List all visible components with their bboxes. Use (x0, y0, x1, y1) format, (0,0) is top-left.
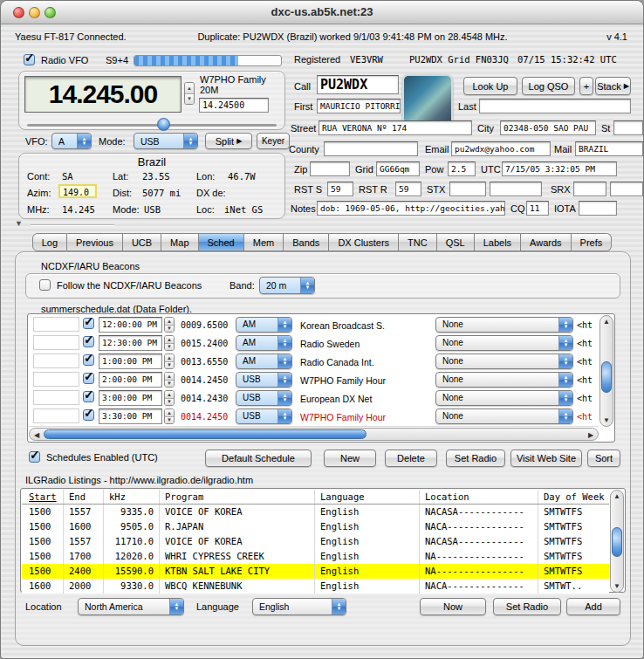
row-action-popup[interactable]: None▲▼ (435, 390, 573, 406)
county-field[interactable] (324, 141, 418, 156)
language-popup[interactable]: English▲▼ (252, 598, 346, 615)
row-enabled-checkbox[interactable] (83, 391, 94, 402)
row-time-field[interactable]: 12:00:00 PM (99, 317, 162, 333)
scroll-right-icon[interactable]: ▶ (585, 431, 597, 439)
ilg-row[interactable]: 1500240015590.0KTBN SALT LAKE CITYEnglis… (22, 564, 609, 579)
tab-map[interactable]: Map (161, 233, 198, 251)
last-field[interactable] (479, 99, 631, 113)
row-time-field[interactable]: 3:00:00 PM (99, 390, 162, 406)
row-mode-popup[interactable]: USB▲▼ (236, 390, 292, 406)
pow-field[interactable]: 2.5 (448, 161, 476, 176)
iota-field[interactable] (579, 201, 617, 216)
tuning-slider[interactable] (27, 124, 277, 127)
row-enabled-checkbox[interactable] (83, 336, 94, 347)
street-field[interactable]: RUA VERONA Nº 174 (319, 120, 472, 135)
visit-web-site-button[interactable]: Visit Web Site (510, 450, 582, 467)
band-popup[interactable]: 20 m▲▼ (259, 277, 315, 294)
tab-tnc[interactable]: TNC (399, 233, 437, 251)
ilg-row[interactable]: 1500155711710.0VOICE OF KOREAEnglishNACA… (22, 534, 609, 549)
schedule-row[interactable]: 12:30:00 PM ▲▼ 0015.2400 AM▲▼ Radio Swed… (29, 334, 599, 354)
tab-bands[interactable]: Bands (284, 233, 329, 251)
frequency-entry-field[interactable]: 14.24500 (199, 98, 269, 113)
row-time-stepper[interactable]: ▲▼ (164, 317, 175, 333)
row-mode-popup[interactable]: AM▲▼ (236, 335, 292, 351)
set-radio-button-bottom[interactable]: Set Radio (493, 598, 561, 615)
ilg-row[interactable]: 1500170012020.0WHRI CYPRESS CREEKEnglish… (22, 549, 609, 564)
row-enabled-checkbox[interactable] (83, 373, 94, 384)
notes-field[interactable]: dob: 1969-05-06, http://geocities.yah (317, 201, 505, 216)
row-time-stepper[interactable]: ▲▼ (164, 408, 175, 424)
schedule-row[interactable]: 3:00:00 PM ▲▼ 0014.2430 USB▲▼ European D… (29, 389, 599, 408)
location-popup[interactable]: North America▲▼ (78, 598, 184, 615)
radio-vfo-checkbox[interactable] (24, 54, 35, 65)
stx-field-1[interactable] (449, 182, 486, 196)
call-field[interactable]: PU2WDX (317, 75, 399, 94)
tab-sched[interactable]: Sched (199, 233, 244, 251)
mode-popup[interactable]: USB▲▼ (134, 133, 198, 149)
plus-button[interactable]: + (579, 77, 593, 95)
col-location[interactable]: Location (420, 490, 538, 504)
row-enabled-checkbox[interactable] (83, 318, 94, 329)
tab-awards[interactable]: Awards (521, 233, 571, 251)
scroll-up-icon[interactable]: ▲ (611, 492, 623, 500)
row-enabled-checkbox[interactable] (83, 409, 94, 421)
tab-labels[interactable]: Labels (475, 233, 521, 251)
stepper-down-icon[interactable]: ▼ (185, 94, 194, 105)
first-field[interactable]: MAURICIO PITORRI (317, 99, 401, 113)
schedule-row[interactable]: 2:00:00 PM ▲▼ 0014.2450 USB▲▼ W7PHO Fami… (29, 371, 599, 390)
keyer-button[interactable]: Keyer (257, 133, 290, 149)
delete-button[interactable]: Delete (385, 450, 437, 467)
tab-mem[interactable]: Mem (244, 233, 284, 251)
ilg-vscroll-thumb[interactable] (612, 527, 622, 557)
row-action-popup[interactable]: None▲▼ (435, 317, 573, 333)
add-button[interactable]: Add (566, 598, 620, 615)
split-button[interactable]: Split▶ (205, 133, 252, 149)
sort-button[interactable]: Sort (587, 450, 620, 467)
title-bar[interactable]: dxc-us.ab5k.net:23 (1, 1, 643, 24)
tab-ucb[interactable]: UCB (123, 233, 161, 251)
row-time-field[interactable]: 12:30:00 PM (99, 335, 162, 351)
row-time-field[interactable]: 3:30:00 PM (99, 408, 162, 424)
city-field[interactable]: 02348-050 SAO PAU (500, 120, 596, 135)
frequency-stepper[interactable]: ▲▼ (184, 82, 195, 105)
row-time-field[interactable]: 1:00:00 PM (99, 354, 162, 369)
schedule-row[interactable]: 3:30:00 PM ▲▼ 0014.2450 USB▲▼ W7PHO Fami… (29, 408, 599, 427)
row-action-popup[interactable]: None▲▼ (435, 335, 573, 351)
scroll-left-icon[interactable]: ◀ (31, 431, 43, 439)
tab-previous[interactable]: Previous (67, 233, 123, 251)
schedule-vscroll-thumb[interactable] (601, 361, 612, 393)
mail-field[interactable]: BRAZIL (575, 141, 643, 156)
st-field[interactable] (613, 120, 643, 135)
rst-r-field[interactable]: 59 (395, 182, 421, 196)
row-time-field[interactable]: 2:00:00 PM (99, 372, 162, 388)
tab-qsl[interactable]: QSL (437, 233, 475, 251)
row-mode-popup[interactable]: USB▲▼ (236, 372, 292, 388)
stack-button[interactable]: Stack▶ (595, 77, 631, 95)
stx-field-2[interactable] (490, 182, 542, 196)
follow-beacons-checkbox[interactable] (39, 279, 51, 291)
disclosure-triangle-icon[interactable]: ▼ (15, 219, 23, 228)
tab-prefs[interactable]: Prefs (572, 233, 613, 251)
lookup-button[interactable]: Look Up (463, 77, 517, 95)
utc-field[interactable]: 7/15/05 3:32:05 PM (502, 161, 617, 176)
default-schedule-button[interactable]: Default Schedule (205, 450, 312, 467)
row-action-popup[interactable]: None▲▼ (435, 372, 573, 388)
schedules-enabled-checkbox[interactable] (29, 451, 40, 463)
schedule-hscroll-thumb[interactable] (44, 429, 367, 439)
now-button[interactable]: Now (420, 598, 486, 615)
row-time-stepper[interactable]: ▲▼ (164, 372, 175, 388)
ilg-row[interactable]: 150016009505.0R.JAPANEnglishNACA--------… (22, 519, 609, 534)
row-time-stepper[interactable]: ▲▼ (164, 390, 175, 406)
new-button[interactable]: New (324, 450, 376, 467)
ilg-row[interactable]: 150015579335.0VOICE OF KOREAEnglishNACAS… (22, 505, 609, 519)
srx-field-2[interactable] (610, 182, 643, 196)
grid-field[interactable]: GG66qm (376, 161, 420, 176)
srx-field-1[interactable] (573, 182, 606, 196)
log-qso-button[interactable]: Log QSO (522, 77, 575, 95)
azim-field[interactable]: 149.0 (58, 184, 97, 198)
ilg-header-row[interactable]: Start End kHz Program Language Location … (22, 490, 609, 505)
email-field[interactable]: pu2wdx@yahoo.com (451, 141, 551, 156)
scroll-up-icon[interactable]: ▲ (600, 318, 613, 326)
ilg-vscrollbar[interactable]: ▲ ▼ (610, 490, 624, 593)
row-action-popup[interactable]: None▲▼ (435, 408, 573, 424)
